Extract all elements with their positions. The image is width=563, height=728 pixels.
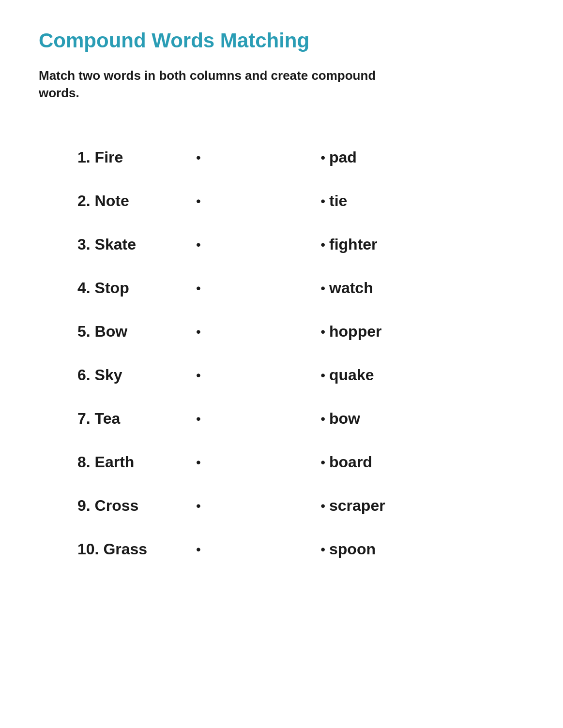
left-number-word: 10. Grass: [77, 540, 184, 558]
table-row: 10. Grass • • spoon: [77, 528, 524, 571]
right-bullet: •: [310, 150, 329, 165]
left-number-word: 1. Fire: [77, 149, 184, 166]
table-row: 9. Cross • • scraper: [77, 484, 524, 528]
right-bullet: •: [310, 324, 329, 340]
left-number-word: 4. Stop: [77, 279, 184, 297]
left-number-word: 9. Cross: [77, 497, 184, 515]
right-word: fighter: [329, 236, 426, 253]
left-bullet: •: [184, 411, 213, 427]
left-number-word: 6. Sky: [77, 366, 184, 384]
left-bullet: •: [184, 368, 213, 383]
right-bullet: •: [310, 368, 329, 383]
right-word: board: [329, 453, 426, 471]
left-number-word: 3. Skate: [77, 236, 184, 253]
left-bullet: •: [184, 324, 213, 340]
left-bullet: •: [184, 193, 213, 209]
table-row: 8. Earth • • board: [77, 441, 524, 484]
right-bullet: •: [310, 498, 329, 514]
left-number-word: 8. Earth: [77, 453, 184, 471]
instructions-text: Match two words in both columns and crea…: [39, 67, 402, 102]
right-word: bow: [329, 410, 426, 428]
left-bullet: •: [184, 455, 213, 470]
right-word: pad: [329, 149, 426, 166]
table-row: 1. Fire • • pad: [77, 136, 524, 179]
right-bullet: •: [310, 193, 329, 209]
table-row: 4. Stop • • watch: [77, 267, 524, 310]
right-bullet: •: [310, 542, 329, 557]
right-word: watch: [329, 279, 426, 297]
matching-container: 1. Fire • • pad 2. Note • • tie 3. Skate…: [39, 136, 524, 571]
right-word: tie: [329, 192, 426, 210]
right-bullet: •: [310, 281, 329, 296]
left-number-word: 5. Bow: [77, 323, 184, 341]
table-row: 5. Bow • • hopper: [77, 310, 524, 354]
left-bullet: •: [184, 281, 213, 296]
right-word: hopper: [329, 323, 426, 341]
left-number-word: 2. Note: [77, 192, 184, 210]
table-row: 3. Skate • • fighter: [77, 223, 524, 267]
right-bullet: •: [310, 237, 329, 253]
table-row: 2. Note • • tie: [77, 179, 524, 223]
left-bullet: •: [184, 542, 213, 557]
left-bullet: •: [184, 150, 213, 165]
right-bullet: •: [310, 411, 329, 427]
table-row: 7. Tea • • bow: [77, 397, 524, 441]
left-bullet: •: [184, 237, 213, 253]
right-bullet: •: [310, 455, 329, 470]
right-word: quake: [329, 366, 426, 384]
right-word: spoon: [329, 540, 426, 558]
page-title: Compound Words Matching: [39, 29, 524, 52]
left-bullet: •: [184, 498, 213, 514]
left-number-word: 7. Tea: [77, 410, 184, 428]
table-row: 6. Sky • • quake: [77, 354, 524, 397]
right-word: scraper: [329, 497, 426, 515]
